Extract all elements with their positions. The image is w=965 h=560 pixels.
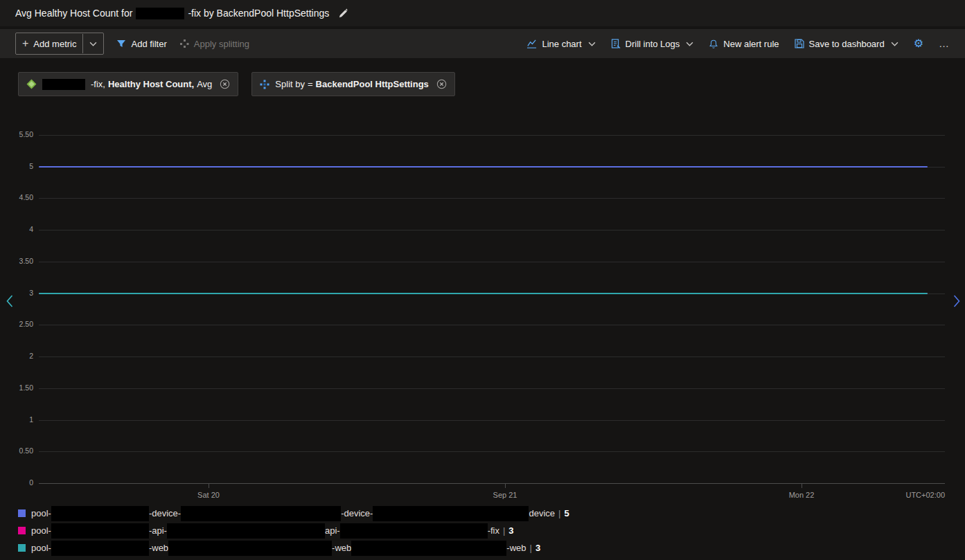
save-to-dashboard-button[interactable]: Save to dashboard: [795, 39, 898, 49]
toolbar-right-group: Line chart Drill into Logs New alert r: [526, 38, 950, 49]
apply-splitting-label: Apply splitting: [194, 39, 249, 49]
y-axis-tick-label: 1.50: [0, 383, 33, 392]
drill-into-logs-button[interactable]: Drill into Logs: [611, 39, 694, 49]
legend-value: 5: [564, 508, 569, 518]
series-line: [39, 293, 928, 294]
redacted-resource-name: [42, 79, 85, 90]
split-by-icon: [260, 80, 269, 89]
chart-title-prefix: Avg Healthy Host Count for: [15, 8, 132, 19]
apply-splitting-button: Apply splitting: [179, 39, 249, 49]
gridline: [39, 420, 945, 421]
x-axis-tick: [505, 483, 506, 488]
timezone-label: UTC+02:00: [905, 491, 945, 499]
legend-text: device: [529, 508, 555, 518]
legend-item[interactable]: pool- -web -web -web | 3: [18, 539, 569, 557]
gridline: [39, 388, 945, 389]
chart-title-suffix: -fix by BackendPool HttpSettings: [188, 8, 329, 19]
pan-left-chevron[interactable]: [5, 294, 14, 308]
x-axis-tick-label: Mon 22: [774, 491, 829, 499]
gridline: [39, 167, 945, 168]
split-by-value: BackendPool HttpSettings: [316, 79, 429, 89]
x-axis-tick: [209, 483, 209, 488]
remove-split-icon[interactable]: [436, 79, 447, 89]
add-metric-button[interactable]: + Add metric: [15, 33, 104, 55]
drill-into-logs-label: Drill into Logs: [626, 39, 680, 49]
azure-metrics-explorer: Avg Healthy Host Count for -fix by Backe…: [0, 0, 965, 560]
redacted-text: [51, 541, 149, 556]
remove-metric-icon[interactable]: [220, 79, 230, 89]
series-line: [39, 293, 928, 294]
legend-item[interactable]: pool- -api- api- -fix | 3: [18, 522, 569, 539]
legend-text: pool-: [31, 543, 51, 553]
pan-right-chevron[interactable]: [953, 294, 962, 308]
legend-text: pool-: [31, 508, 51, 518]
legend-item[interactable]: pool- -device- -device- device | 5: [18, 505, 569, 522]
legend-text: api-: [325, 525, 340, 536]
save-icon: [795, 39, 804, 48]
settings-gear-button[interactable]: ⚙: [914, 38, 923, 49]
legend-value: 3: [535, 543, 540, 553]
metric-pill[interactable]: -fix, Healthy Host Count, Avg: [18, 72, 238, 96]
split-icon: [179, 39, 189, 48]
legend-swatch: [18, 509, 26, 517]
legend-separator: |: [503, 525, 505, 536]
x-axis-tick-label: Sat 20: [181, 491, 236, 499]
redacted-text: [373, 506, 529, 521]
logs-icon: [611, 39, 621, 49]
legend-swatch: [18, 544, 26, 552]
new-alert-rule-label: New alert rule: [723, 39, 779, 49]
redacted-text: [51, 523, 149, 539]
legend-separator: |: [529, 543, 531, 553]
chart-type-selector[interactable]: Line chart: [526, 39, 595, 49]
metric-resource-suffix: -fix,: [91, 79, 105, 89]
metric-aggregation: Avg: [197, 79, 212, 89]
gridline: [39, 135, 945, 136]
legend-swatch: [18, 527, 26, 534]
legend-text: -web: [332, 543, 351, 553]
y-axis-tick-label: 5.50: [0, 130, 33, 138]
y-axis-tick-label: 2: [0, 352, 33, 360]
add-metric-label: Add metric: [33, 39, 76, 49]
y-axis-tick-label: 5: [0, 162, 33, 170]
query-pills: -fix, Healthy Host Count, Avg Split by =…: [18, 72, 455, 96]
add-metric-dropdown[interactable]: [83, 33, 103, 54]
gridline: [39, 483, 945, 484]
add-filter-button[interactable]: Add filter: [116, 39, 166, 49]
y-axis-tick-label: 0: [0, 478, 33, 487]
chevron-down-icon: [686, 42, 693, 46]
legend-separator: |: [558, 508, 560, 518]
save-to-dashboard-label: Save to dashboard: [809, 39, 885, 49]
chart-title-bar: Avg Healthy Host Count for -fix by Backe…: [0, 0, 965, 26]
redacted-text: [181, 506, 341, 521]
more-options-button[interactable]: …: [939, 42, 950, 46]
legend-text: -api-: [149, 525, 167, 536]
redacted-text: [168, 541, 332, 556]
gridline: [39, 293, 945, 294]
command-toolbar: + Add metric Add filter Apply splitting: [0, 29, 965, 58]
new-alert-rule-button[interactable]: New alert rule: [709, 39, 779, 49]
gridline: [39, 198, 945, 199]
add-filter-label: Add filter: [131, 39, 166, 49]
metric-name: Healthy Host Count,: [108, 79, 194, 89]
y-axis-tick-label: 1: [0, 415, 33, 424]
split-pill[interactable]: Split by = BackendPool HttpSettings: [251, 72, 454, 96]
y-axis-tick-label: 3.50: [0, 257, 33, 265]
y-axis-tick-label: 2.50: [0, 320, 33, 328]
gridline: [39, 230, 945, 231]
gridline: [39, 262, 945, 262]
plus-icon: +: [22, 38, 28, 49]
redacted-text: [340, 523, 488, 539]
legend-text: -web: [149, 543, 168, 553]
legend-text: -device-: [341, 508, 373, 518]
legend-text: pool-: [31, 525, 51, 536]
legend-value: 3: [508, 525, 513, 536]
y-axis-tick-label: 0.50: [0, 446, 33, 455]
filter-icon: [116, 39, 126, 48]
y-axis-tick-label: 4: [0, 225, 33, 233]
edit-title-icon[interactable]: [338, 8, 348, 19]
redacted-text: [167, 523, 325, 539]
metric-resource-icon: [26, 79, 37, 89]
redacted-resource-name: [136, 8, 184, 19]
alert-bell-icon: [709, 39, 718, 49]
split-by-operator: =: [308, 79, 313, 89]
